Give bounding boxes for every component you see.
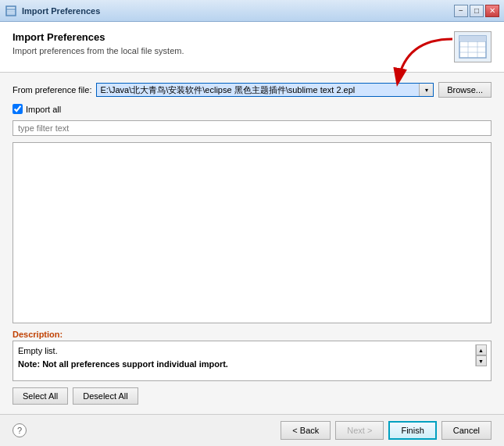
description-box: Empty list. Note: Not all preferences su… <box>13 341 491 381</box>
preferences-list[interactable] <box>13 142 491 323</box>
dialog-subtitle: Import preferences from the local file s… <box>13 46 184 55</box>
next-button[interactable]: Next > <box>335 421 384 440</box>
back-button[interactable]: < Back <box>281 421 331 440</box>
file-dropdown-button[interactable]: ▾ <box>419 84 433 96</box>
description-text: Empty list. Note: Not all preferences su… <box>18 344 475 370</box>
minimize-button[interactable]: − <box>454 5 468 17</box>
dialog-title: Import Preferences <box>13 31 184 43</box>
file-input-combo: ▾ <box>96 83 434 97</box>
close-button[interactable]: ✕ <box>485 5 499 17</box>
description-line2: Note: Not all preferences support indivi… <box>18 358 475 371</box>
file-row: From preference file: ▾ Browse... <box>13 82 491 98</box>
dialog-header: Import Preferences Import preferences fr… <box>0 22 504 73</box>
deselect-all-button[interactable]: Deselect All <box>73 387 138 405</box>
select-buttons-row: Select All Deselect All <box>13 387 491 405</box>
filter-input[interactable] <box>13 120 491 136</box>
import-all-label[interactable]: Import all <box>26 105 61 114</box>
browse-button[interactable]: Browse... <box>438 82 491 98</box>
scroll-up-button[interactable]: ▲ <box>476 344 487 355</box>
window-controls: − □ ✕ <box>454 5 499 17</box>
description-line1: Empty list. <box>18 344 475 358</box>
header-text-block: Import Preferences Import preferences fr… <box>13 31 184 55</box>
import-all-checkbox[interactable] <box>13 104 23 114</box>
description-section: Description: Empty list. Note: Not all p… <box>13 330 491 381</box>
dialog: Import Preferences Import preferences fr… <box>0 22 504 446</box>
footer-left: ? <box>13 423 27 437</box>
file-label: From preference file: <box>13 85 91 95</box>
description-scrollbar: ▲ ▼ <box>475 344 486 366</box>
cancel-button[interactable]: Cancel <box>441 421 491 440</box>
dialog-body: From preference file: ▾ Browse... Import… <box>0 73 504 414</box>
footer-buttons: < Back Next > Finish Cancel <box>281 421 491 440</box>
scroll-down-button[interactable]: ▼ <box>476 355 487 366</box>
table-icon-svg <box>459 35 487 59</box>
svg-rect-10 <box>459 36 486 41</box>
description-label: Description: <box>13 330 491 339</box>
title-bar: Import Preferences − □ ✕ <box>0 0 504 22</box>
finish-button[interactable]: Finish <box>388 421 436 440</box>
dialog-footer: ? < Back Next > Finish Cancel <box>0 414 504 446</box>
import-all-row: Import all <box>13 104 491 114</box>
select-all-button[interactable]: Select All <box>13 387 68 405</box>
maximize-button[interactable]: □ <box>470 5 484 17</box>
file-path-input[interactable] <box>97 84 419 96</box>
help-button[interactable]: ? <box>13 423 27 437</box>
header-icon <box>454 31 491 62</box>
window-title: Import Preferences <box>22 6 454 16</box>
window-icon <box>5 5 17 17</box>
